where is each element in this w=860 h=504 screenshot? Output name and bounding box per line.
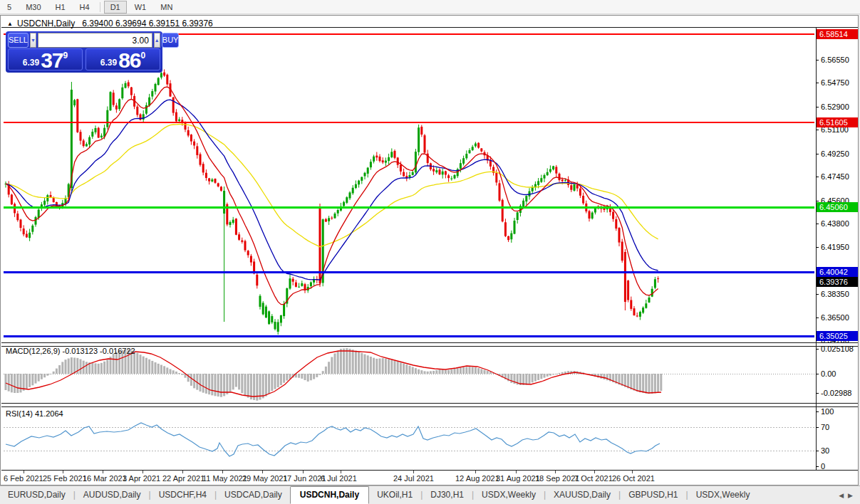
sell-price-pip: 9 [63,51,68,61]
chart-window: ▲USDCNH,Daily6.39400 6.39694 6.39151 6.3… [0,15,859,485]
date-axis-label: 31 Aug 2021 [496,474,540,483]
chart-tab-usdcad-daily[interactable]: USDCAD,Daily [217,487,290,504]
price-axis-label: 6.56550 [821,56,849,64]
date-axis-label: 18 Sep 2021 [535,474,579,483]
price-axis-label: 6.49250 [821,149,849,158]
macd-axis-label: 0.025108 [821,345,854,353]
date-axis-label: 7 Oct 2021 [574,474,613,483]
sell-price-prefix: 6.39 [23,58,39,68]
date-axis-label: 24 Jul 2021 [393,474,434,483]
spin-up-icon: ▲ [155,38,160,43]
volume-input[interactable] [38,33,152,48]
timeframe-button-5[interactable]: 5 [1,1,18,14]
price-badge-label: 6.51605 [819,118,848,127]
macd-label: MACD(12,26,9) -0.013123 -0.016722 [6,347,135,355]
date-axis-label: 29 May 2021 [242,474,288,483]
chart-tab-eurusd-daily[interactable]: EURUSD,Daily [0,487,73,504]
rsi-axis-label: 70 [821,423,829,431]
tab-scroll-right-icon[interactable]: ▶ [848,492,853,499]
chart-tab-dj30-h1[interactable]: DJ30,H1 [423,487,472,504]
timeframe-button-d1[interactable]: D1 [104,1,127,14]
timeframe-button-h1[interactable]: H1 [49,1,72,14]
chart-title: ▲USDCNH,Daily6.39400 6.39694 6.39151 6.3… [7,19,213,28]
volume-increase-button[interactable]: ▲ [154,33,160,48]
macd-axis-label: 0.00 [821,369,836,378]
rsi-axis-label: 30 [821,446,829,455]
chart-tab-usdcnh-daily[interactable]: USDCNH,Daily [290,486,369,504]
timeframe-button-h4[interactable]: H4 [73,1,96,14]
candles-layer [5,69,660,335]
price-axis-label: 6.52900 [821,103,849,111]
price-axis: 6.565506.547506.529006.511006.492506.474… [816,29,858,471]
rsi-pane: RSI(14) 41.2064 [4,409,814,456]
date-axis-label: 26 Oct 2021 [612,474,655,483]
timeframe-toolbar: 5M30H1H4D1W1MN [0,0,860,14]
rsi-axis-label: 0 [821,462,825,471]
chart-canvas[interactable]: MACD(12,26,9) -0.013123 -0.016722RSI(14)… [1,16,858,485]
buy-price-prefix: 6.39 [100,58,117,68]
timeframe-button-mn[interactable]: MN [154,1,179,14]
buy-price-pip: 0 [141,51,146,61]
sell-price-button[interactable]: 6.39 37 9 [8,48,83,70]
price-axis-label: 6.54750 [821,78,849,87]
one-click-trade-panel: SELL ▼ ▲ BUY 6.39 37 9 6.39 86 0 [6,31,162,73]
chart-ohlc-values: 6.39400 6.39694 6.39151 6.39376 [82,19,213,28]
chart-tab-gbpusd-h1[interactable]: GBPUSD,H1 [621,487,685,504]
rsi-axis-label: 100 [821,407,834,416]
toolbar-separator [100,2,100,12]
date-axis-label: 16 Mar 2021 [83,474,127,483]
date-axis-label: 3 Apr 2021 [123,474,160,483]
price-badge-label: 6.58514 [819,30,848,38]
price-badge-label: 6.45060 [819,203,848,211]
price-badge-label: 6.39376 [819,278,848,286]
price-axis-label: 6.47450 [821,172,849,181]
date-axis-label: 11 May 2021 [202,474,247,483]
price-axis-label: 6.43800 [821,219,849,228]
price-badge-label: 6.35025 [819,332,848,340]
timeframe-button-w1[interactable]: W1 [128,1,153,14]
chart-tab-bar: EURUSD,Daily|AUDUSD,Daily|USDCHF,H4|USDC… [0,485,860,504]
chart-tab-xauusd-daily[interactable]: XAUUSD,Daily [546,487,618,504]
date-axis-label: 6 Jul 2021 [321,474,357,483]
sell-button[interactable]: SELL [8,33,29,48]
volume-decrease-button[interactable]: ▼ [30,33,36,48]
chart-tab-usdchf-h4[interactable]: USDCHF,H4 [151,487,214,504]
chart-tab-usdx-weekly[interactable]: USDX,Weekly [474,487,544,504]
date-axis-label: 12 Aug 2021 [455,474,499,483]
macd-pane: MACD(12,26,9) -0.013123 -0.016722 [4,347,814,401]
tab-scroll-arrows: ◀▶ [827,492,860,504]
timeframe-button-m30[interactable]: M30 [19,1,47,14]
chart-collapse-icon[interactable]: ▲ [7,21,13,27]
pane-borders [1,27,858,471]
price-axis-label: 6.36500 [821,313,849,322]
date-axis-label: 6 Feb 2021 [4,474,43,483]
tab-scroll-left-icon[interactable]: ◀ [839,492,844,499]
horizontal-levels-layer [4,34,814,336]
spin-down-icon: ▼ [31,38,36,43]
ma-slow-yellow [6,125,658,247]
buy-price-button[interactable]: 6.39 86 0 [86,48,160,70]
date-axis-label: 17 Jun 2021 [283,474,326,483]
price-axis-label: 6.38350 [821,290,849,298]
price-badge-label: 6.40042 [819,268,848,276]
date-axis-label: 25 Feb 2021 [43,474,87,483]
chart-tab-audusd-daily[interactable]: AUDUSD,Daily [76,487,149,504]
ma-mid-blue [6,100,658,280]
rsi-line [6,423,660,456]
sell-price-main: 37 [41,51,63,70]
chart-tab-usdx-weekly[interactable]: USDX,Weekly [688,487,758,504]
date-axis-label: 22 Apr 2021 [162,474,204,483]
chart-tab-ukoil-h1[interactable]: UKOil,H1 [369,487,420,504]
chart-symbol-period: USDCNH,Daily [17,19,75,28]
price-axis-label: 6.41950 [821,243,849,251]
buy-price-main: 86 [118,51,140,70]
macd-axis-label: -0.02988 [821,389,851,397]
rsi-label: RSI(14) 41.2064 [6,409,63,418]
date-axis: 6 Feb 202125 Feb 202116 Mar 20213 Apr 20… [4,471,655,483]
buy-button[interactable]: BUY [162,33,180,48]
